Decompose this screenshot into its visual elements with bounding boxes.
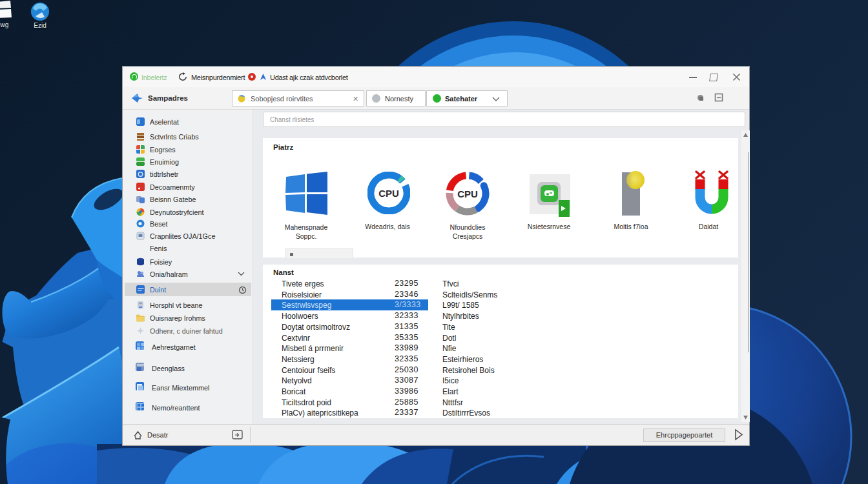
svg-text:CPU: CPU bbox=[378, 188, 399, 199]
svg-text:CPU: CPU bbox=[457, 188, 478, 199]
